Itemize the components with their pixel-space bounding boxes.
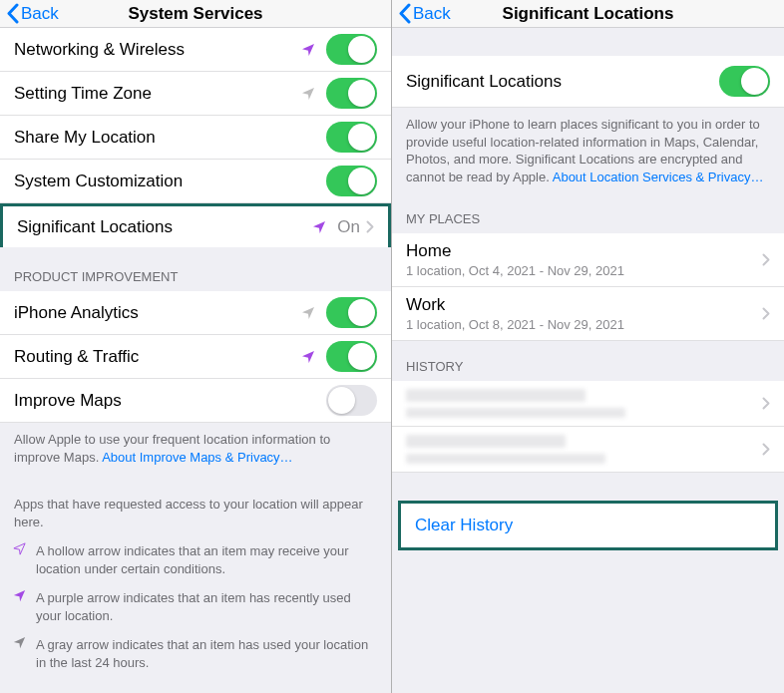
significant-locations-panel: Back Significant Locations Significant L…	[392, 0, 784, 693]
legend-text: A hollow arrow indicates that an item ma…	[36, 543, 349, 576]
back-label: Back	[413, 4, 451, 24]
header: Back System Services	[0, 0, 391, 28]
system-services-panel: Back System Services Networking & Wirele…	[0, 0, 392, 693]
legend-gray: A gray arrow indicates that an item has …	[0, 632, 391, 679]
row-label: Setting Time Zone	[14, 84, 300, 104]
toggle-analytics[interactable]	[326, 297, 377, 328]
chevron-right-icon	[762, 443, 770, 456]
header: Back Significant Locations	[392, 0, 784, 28]
row-significant-locations-toggle[interactable]: Significant Locations	[392, 56, 784, 108]
location-indicator-hollow-icon	[12, 541, 27, 561]
place-title: Home	[406, 241, 762, 261]
clear-history-label: Clear History	[415, 516, 513, 535]
place-subtitle: 1 location, Oct 4, 2021 - Nov 29, 2021	[406, 263, 762, 278]
footer-improve-maps: Allow Apple to use your frequent locatio…	[0, 423, 391, 474]
row-analytics[interactable]: iPhone Analytics	[0, 291, 391, 335]
row-networking[interactable]: Networking & Wireless	[0, 28, 391, 72]
toggle-networking[interactable]	[326, 34, 377, 65]
section-my-places: MY PLACES	[392, 193, 784, 233]
row-improve-maps[interactable]: Improve Maps	[0, 379, 391, 423]
row-home[interactable]: Home 1 location, Oct 4, 2021 - Nov 29, 2…	[392, 233, 784, 287]
row-significant-locations[interactable]: Significant Locations On	[0, 203, 391, 247]
location-indicator-purple-icon	[12, 588, 27, 608]
improve-maps-privacy-link[interactable]: About Improve Maps & Privacy…	[102, 450, 292, 465]
row-label: iPhone Analytics	[14, 303, 300, 323]
chevron-right-icon	[762, 253, 770, 266]
clear-history-button[interactable]: Clear History	[401, 504, 775, 547]
toggle-list: Significant Locations	[392, 56, 784, 108]
history-list	[392, 381, 784, 473]
row-custom[interactable]: System Customization	[0, 160, 391, 203]
row-share[interactable]: Share My Location	[0, 116, 391, 160]
section-product-improvement: PRODUCT IMPROVEMENT	[0, 247, 391, 291]
back-label: Back	[21, 4, 59, 24]
location-indicator-purple-icon	[300, 42, 316, 58]
location-indicator-gray-icon	[300, 305, 316, 321]
chevron-right-icon	[762, 397, 770, 410]
back-button[interactable]: Back	[0, 3, 59, 24]
legend-text: A gray arrow indicates that an item has …	[36, 637, 368, 670]
footer-apps: Apps that have requested access to your …	[0, 474, 391, 538]
back-button[interactable]: Back	[392, 3, 451, 24]
location-indicator-purple-icon	[311, 219, 327, 235]
places-list: Home 1 location, Oct 4, 2021 - Nov 29, 2…	[392, 233, 784, 341]
toggle-share[interactable]	[326, 122, 377, 153]
row-label: Routing & Traffic	[14, 347, 300, 367]
status-value: On	[337, 217, 360, 237]
row-label: Significant Locations	[406, 72, 719, 92]
legend-purple: A purple arrow indicates that an item ha…	[0, 585, 391, 632]
toggle-significant-locations[interactable]	[719, 66, 770, 97]
row-timezone[interactable]: Setting Time Zone	[0, 72, 391, 116]
location-indicator-gray-icon	[300, 86, 316, 102]
toggle-custom[interactable]	[326, 166, 377, 196]
history-row[interactable]	[392, 427, 784, 473]
legend-hollow: A hollow arrow indicates that an item ma…	[0, 538, 391, 585]
row-label: Share My Location	[14, 128, 326, 148]
services-list: Networking & Wireless Setting Time Zone …	[0, 28, 391, 247]
place-subtitle: 1 location, Oct 8, 2021 - Nov 29, 2021	[406, 317, 762, 332]
location-privacy-link[interactable]: About Location Services & Privacy…	[553, 170, 764, 184]
history-row[interactable]	[392, 381, 784, 427]
spacer	[392, 473, 784, 501]
row-label: Networking & Wireless	[14, 40, 300, 60]
place-title: Work	[406, 295, 762, 315]
row-label: System Customization	[14, 172, 326, 191]
footer-description: Allow your iPhone to learn places signif…	[392, 108, 784, 193]
product-list: iPhone Analytics Routing & Traffic Impro…	[0, 291, 391, 423]
section-history: HISTORY	[392, 341, 784, 381]
chevron-left-icon	[398, 3, 411, 24]
chevron-right-icon	[366, 220, 374, 233]
chevron-left-icon	[6, 3, 19, 24]
row-routing[interactable]: Routing & Traffic	[0, 335, 391, 379]
row-label: Significant Locations	[17, 217, 311, 237]
row-label: Improve Maps	[14, 391, 326, 411]
toggle-improve-maps[interactable]	[326, 385, 377, 416]
toggle-routing[interactable]	[326, 341, 377, 372]
location-indicator-purple-icon	[300, 349, 316, 365]
toggle-timezone[interactable]	[326, 78, 377, 109]
legend-text: A purple arrow indicates that an item ha…	[36, 590, 351, 623]
chevron-right-icon	[762, 307, 770, 320]
row-work[interactable]: Work 1 location, Oct 8, 2021 - Nov 29, 2…	[392, 287, 784, 341]
clear-history-section: Clear History	[398, 501, 778, 550]
spacer	[392, 28, 784, 56]
location-indicator-gray-icon	[12, 635, 27, 655]
